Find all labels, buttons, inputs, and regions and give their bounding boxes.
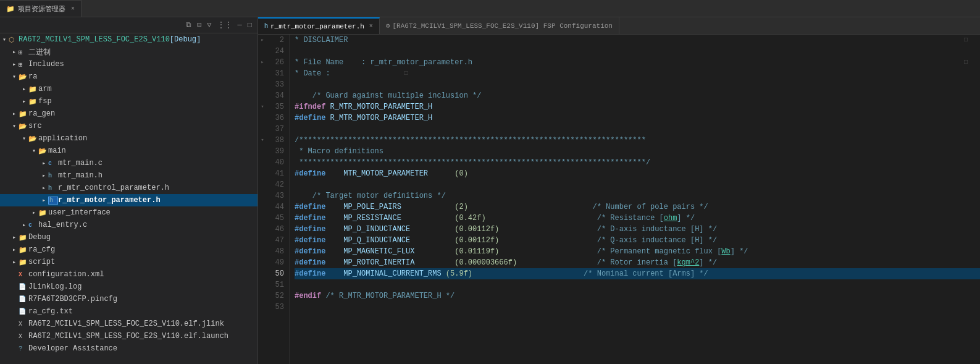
fold-marker-47 [258,235,267,246]
src-folder-icon: 📂 [19,122,28,130]
tree-item-script[interactable]: ▸ 📁 script [0,256,258,268]
mtr-main-h-icon: h [48,172,58,179]
code-line-45: #define MP_RESISTANCE (0.42f) /* Resista… [295,213,980,224]
tree-item-fsp[interactable]: ▸ 📁 fsp [0,95,258,108]
tree-item-ra[interactable]: ▾ 📂 ra [0,70,258,83]
code-line-2: * DISCLAIMER □ [295,35,980,46]
editor-tab-fsp[interactable]: ⚙ [RA6T2_MCILV1_SPM_LESS_FOC_E2S_V110] F… [380,17,619,34]
tab-header-close[interactable]: × [369,23,373,30]
sidebar-icon-2[interactable]: ⊟ [195,20,203,30]
tree-label-arm: arm [38,85,52,93]
tab-header-label: r_mtr_motor_parameter.h [270,23,364,30]
sidebar-panel-tab-close[interactable]: × [71,6,75,12]
fold-marker-33 [258,79,267,90]
sidebar-icon-6[interactable]: □ [246,20,254,30]
tree-item-hal-entry-c[interactable]: ▸ c hal_entry.c [0,219,258,231]
tree-arrow-mtr-main-h: ▸ [40,172,48,179]
folder-tree-icon: 📁 [6,5,15,13]
tree-item-ra-gen[interactable]: ▸ 📁 ra_gen [0,108,258,120]
tree-item-includes[interactable]: ▸ ⊞ Includes [0,58,258,70]
application-folder-icon: 📂 [28,135,38,143]
tree-item-ra6t2-jlink[interactable]: X RA6T2_MCILV1_SPM_LESS_FOC_E2S_V110.elf… [0,318,258,330]
tree-arrow-application: ▾ [20,135,28,142]
tree-label-ra6t2-launch: RA6T2_MCILV1_SPM_LESS_FOC_E2S_V110.elf.l… [28,332,228,341]
tree-arrow-ra-cfg: ▸ [10,246,19,253]
sidebar-panel-tab[interactable]: 📁 项目资源管理器 × [0,0,82,17]
ra-gen-folder-icon: 📁 [19,110,28,118]
fold-marker-49 [258,257,267,268]
tree-arrow-hal-entry-c: ▸ [20,221,28,229]
fold-marker-42 [258,179,267,190]
tree-label-pincfg: R7FA6T2BD3CFP.pincfg [28,295,117,303]
fold-marker-2[interactable]: ▸ [258,35,267,46]
tree-item-ra6t2-launch[interactable]: X RA6T2_MCILV1_SPM_LESS_FOC_E2S_V110.elf… [0,330,258,342]
sidebar-icon-5[interactable]: — [236,20,244,30]
code-line-49: #define MP_ROTOR_INERTIA (0.000003666f) … [295,257,980,268]
fold-marker-24 [258,46,267,57]
tree-item-binary[interactable]: ▸ ⊞ 二进制 [0,46,258,58]
code-line-51 [295,279,980,290]
code-line-40: ****************************************… [295,157,980,168]
code-line-41: #define MTR_MOTOR_PARAMETER (0) [295,168,980,179]
project-icon: ⬡ [9,36,19,44]
sidebar-tree: ▾ ⬡ RA6T2_MCILV1_SPM_LESS_FOC_E2S_V110 [… [0,33,258,364]
code-line-48: #define MP_MAGNETIC_FLUX (0.01119f) /* P… [295,246,980,257]
code-line-31: * Date : □ [295,68,980,79]
tree-item-arm[interactable]: ▸ 📁 arm [0,83,258,95]
fold-marker-40 [258,157,267,168]
code-line-46: #define MP_D_INDUCTANCE (0.00112f) /* D-… [295,224,980,235]
code-line-34: /* Guard against multiple inclusion */ [295,90,980,101]
fold-marker-38[interactable]: ▾ [258,135,267,146]
tree-item-main-folder[interactable]: ▾ 📂 main [0,145,258,157]
main-area: ⧉ ⊟ ▽ ⋮⋮ — □ ▾ ⬡ RA6T2_MCILV1_SPM_LESS_F… [0,17,980,364]
sidebar-toolbar: ⧉ ⊟ ▽ ⋮⋮ — □ [0,17,258,33]
r-mtr-control-h-icon: h [48,185,58,192]
tree-item-mtr-main-c[interactable]: ▸ c mtr_main.c [0,157,258,169]
tree-item-project-root[interactable]: ▾ ⬡ RA6T2_MCILV1_SPM_LESS_FOC_E2S_V110 [… [0,33,258,46]
tree-item-pincfg[interactable]: 📄 R7FA6T2BD3CFP.pincfg [0,293,258,305]
project-root-label: RA6T2_MCILV1_SPM_LESS_FOC_E2S_V110 [19,35,170,44]
debug-folder-icon: 📁 [19,234,28,242]
tree-arrow-arm: ▸ [20,85,28,93]
tree-item-ra-cfg[interactable]: ▸ 📁 ra_cfg [0,243,258,256]
tree-item-user-interface[interactable]: ▸ 📁 user_interface [0,206,258,219]
tree-label-r-mtr-motor-h: r_mtr_motor_parameter.h [58,196,161,205]
tree-item-jlinklog[interactable]: 📄 JLinkLog.log [0,281,258,293]
jlinklog-icon: 📄 [19,283,28,290]
arm-folder-icon: 📁 [28,85,38,93]
fold-marker-46 [258,224,267,235]
mtr-main-c-icon: c [48,160,58,167]
fold-marker-53 [258,302,267,313]
sidebar-icon-1[interactable]: ⧉ [184,20,193,30]
editor-tab-header[interactable]: h r_mtr_motor_parameter.h × [258,17,380,34]
fold-marker-34 [258,90,267,101]
tree-arrow-project: ▾ [0,36,9,43]
tree-arrow-r-mtr-control-h: ▸ [40,184,48,192]
tree-item-application[interactable]: ▾ 📂 application [0,132,258,145]
tree-item-mtr-main-h[interactable]: ▸ h mtr_main.h [0,169,258,182]
project-debug-label: [Debug] [170,35,201,44]
editor-tab-bar: h r_mtr_motor_parameter.h × ⚙ [RA6T2_MCI… [258,17,980,35]
ra-cfg-folder-icon: 📁 [19,246,28,254]
code-line-26: * File Name : r_mtr_motor_parameter.h □ [295,57,980,68]
tree-item-ra-cfg-txt[interactable]: 📄 ra_cfg.txt [0,305,258,318]
tree-item-r-mtr-motor-h[interactable]: ▸ h r_mtr_motor_parameter.h [0,194,258,206]
tab-fsp-gear-icon: ⚙ [386,22,390,30]
fold-marker-35[interactable]: ▾ [258,101,267,112]
sidebar-icon-3[interactable]: ▽ [205,20,213,30]
tree-arrow-r-mtr-motor-h: ▸ [40,197,48,204]
fold-marker-26[interactable]: ▸ [258,57,267,68]
fold-gutter: ▸ ▸ ▾ ▾ [258,35,267,364]
code-line-53 [295,302,980,313]
user-interface-folder-icon: 📁 [38,209,48,217]
tree-label-ra6t2-jlink: RA6T2_MCILV1_SPM_LESS_FOC_E2S_V110.elf.j… [28,320,224,328]
tree-item-r-mtr-control-h[interactable]: ▸ h r_mtr_control_parameter.h [0,182,258,194]
code-content[interactable]: * DISCLAIMER □ * File Name : r_mtr_motor… [290,35,980,364]
tree-item-src[interactable]: ▾ 📂 src [0,120,258,132]
code-line-44: #define MP_POLE_PAIRS (2) /* Number of p… [295,201,980,213]
tree-item-debug[interactable]: ▸ 📁 Debug [0,231,258,243]
sidebar-icon-4[interactable]: ⋮⋮ [216,20,234,30]
tree-item-developer-assistance[interactable]: ? Developer Assistance [0,342,258,355]
tree-item-config-xml[interactable]: X configuration.xml [0,268,258,281]
tree-arrow-main: ▾ [30,147,38,154]
